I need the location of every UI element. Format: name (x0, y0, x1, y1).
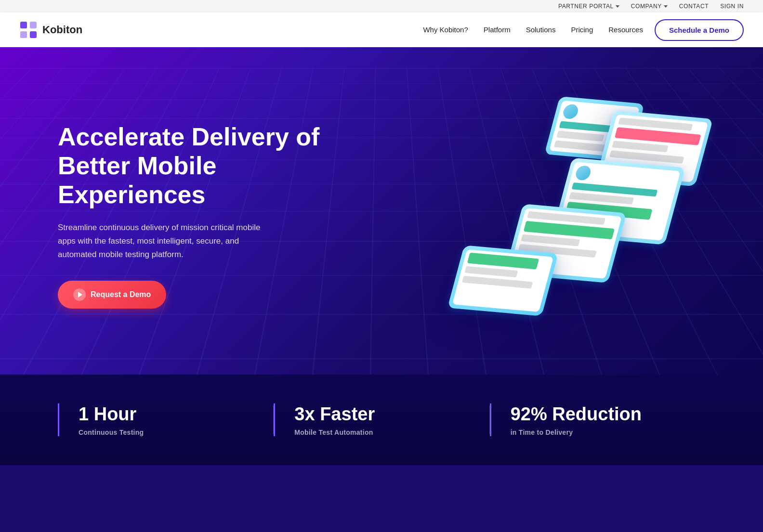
logo-text: Kobiton (42, 24, 82, 36)
stats-section: 1 Hour Continuous Testing 3x Faster Mobi… (0, 375, 763, 465)
request-demo-button[interactable]: Request a Demo (58, 281, 166, 309)
contact-link[interactable]: CONTACT (679, 3, 709, 10)
hero-content: Accelerate Delivery of Better Mobile Exp… (58, 123, 328, 309)
stat-number-2: 92% Reduction (511, 403, 686, 426)
nav-solutions[interactable]: Solutions (526, 26, 556, 34)
nav-pricing[interactable]: Pricing (571, 26, 593, 34)
phone-screen-1 (452, 249, 553, 312)
partner-portal-link[interactable]: PARTNER PORTAL (558, 3, 619, 10)
hero-section: Accelerate Delivery of Better Mobile Exp… (0, 47, 763, 375)
logo-link[interactable]: Kobiton (19, 21, 82, 39)
svg-rect-3 (30, 31, 37, 38)
stat-label-0: Continuous Testing (79, 428, 254, 436)
play-triangle (78, 292, 82, 298)
svg-rect-1 (30, 22, 37, 28)
sign-in-link[interactable]: SIGN IN (720, 3, 744, 10)
svg-rect-0 (20, 22, 27, 28)
nav-links-list: Why Kobiton? Platform Solutions Pricing … (423, 26, 643, 34)
stat-item-2: 92% Reduction in Time to Delivery (490, 403, 705, 436)
hero-illustration (445, 95, 734, 326)
stat-number-0: 1 Hour (79, 403, 254, 426)
nav-resources[interactable]: Resources (608, 26, 643, 34)
stat-item-0: 1 Hour Continuous Testing (58, 403, 273, 436)
top-utility-bar: PARTNER PORTAL COMPANY CONTACT SIGN IN (0, 0, 763, 13)
nav-platform[interactable]: Platform (484, 26, 511, 34)
kobiton-logo-icon (19, 21, 38, 39)
chevron-down-icon (616, 5, 619, 8)
stat-number-1: 3x Faster (294, 403, 470, 426)
stat-label-1: Mobile Test Automation (294, 428, 470, 436)
hero-subtitle: Streamline continuous delivery of missio… (58, 221, 279, 261)
stat-label-2: in Time to Delivery (511, 428, 686, 436)
main-navigation: Kobiton Why Kobiton? Platform Solutions … (0, 13, 763, 47)
chevron-down-icon (664, 5, 668, 8)
svg-rect-2 (20, 31, 27, 38)
stat-item-1: 3x Faster Mobile Test Automation (274, 403, 489, 436)
nav-why-kobiton[interactable]: Why Kobiton? (423, 26, 468, 34)
phone-mockup-1 (447, 245, 558, 316)
phone-scene (445, 95, 734, 326)
company-link[interactable]: COMPANY (631, 3, 668, 10)
schedule-demo-button[interactable]: Schedule a Demo (655, 19, 744, 41)
hero-title: Accelerate Delivery of Better Mobile Exp… (58, 123, 328, 209)
play-icon (73, 288, 86, 301)
